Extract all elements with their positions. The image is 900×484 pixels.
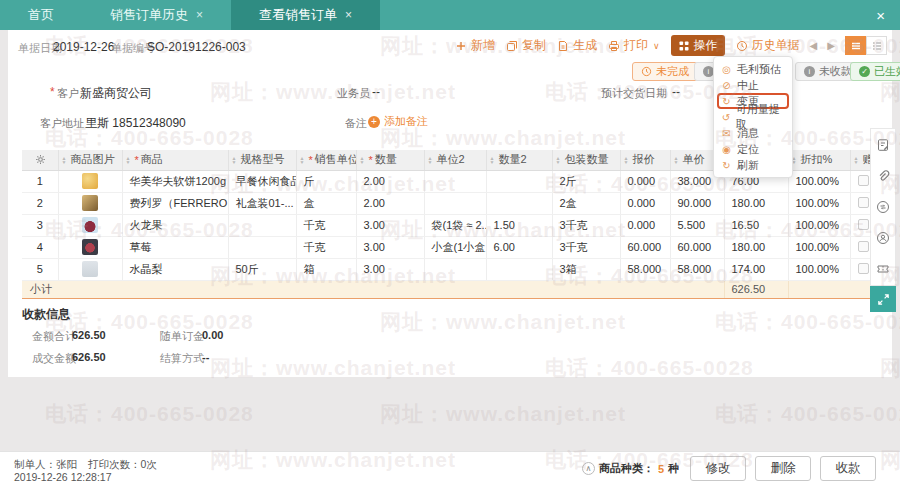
sort-icon[interactable]: ▲▼ — [556, 156, 561, 164]
col-header-数量[interactable]: ▲▼*数量 — [356, 150, 424, 170]
col-header-数量2[interactable]: ▲▼数量2 — [486, 150, 552, 170]
table-row[interactable]: 2费列罗（FERRERO）巧...礼盒装01-...盒2.002盒0.00090… — [22, 192, 876, 214]
tab-label: 查看销售订单 — [259, 6, 337, 24]
coupon-icon[interactable] — [876, 262, 890, 276]
col-header-销售单位[interactable]: ▲▼*销售单位 — [296, 150, 356, 170]
sort-icon[interactable]: ▲▼ — [854, 156, 859, 164]
deposit-label: 随单订金 — [160, 329, 204, 344]
col-header-单位2[interactable]: ▲▼单位2 — [424, 150, 486, 170]
打印-button[interactable]: 打印∨ — [608, 37, 660, 54]
attachment-icon[interactable] — [876, 169, 890, 183]
table-row[interactable]: 4草莓千克3.00小盒(1小盒 ...6.003千克60.00060.00018… — [22, 236, 876, 258]
product-thumbnail[interactable] — [82, 173, 98, 189]
menu-item-中止[interactable]: ⊘中止 — [714, 77, 792, 93]
col-header-商品[interactable]: ▲▼*商品 — [122, 150, 228, 170]
deposit-value: 0.00 — [202, 329, 223, 341]
toolbar-label: 生成 — [573, 37, 597, 54]
sort-icon[interactable]: ▲▼ — [624, 156, 629, 164]
tab-查看销售订单[interactable]: 查看销售订单× — [231, 0, 380, 30]
sort-icon[interactable]: ▲▼ — [674, 156, 679, 164]
cell-spec: 50斤 — [228, 258, 296, 280]
detail-view-icon[interactable] — [866, 36, 887, 55]
新增-button[interactable]: 新增 — [455, 37, 495, 54]
salesman-label: 业务员 — [337, 86, 370, 101]
sort-icon[interactable]: ▲▼ — [428, 156, 433, 164]
col-header-商品图片[interactable]: ▲▼商品图片 — [58, 150, 122, 170]
cell-unit: 千克 — [296, 236, 356, 258]
复制-button[interactable]: 复制 — [506, 37, 546, 54]
cell-discount: 100.00% — [788, 258, 850, 280]
delete-button[interactable]: 删除 — [755, 456, 811, 481]
历史单据-button[interactable]: 历史单据 — [736, 37, 800, 54]
tab-close-icon[interactable]: × — [345, 8, 352, 22]
delivery-date-label: 预计交货日期 — [601, 86, 667, 101]
sort-icon[interactable]: ▲▼ — [490, 156, 495, 164]
settle-method-value: -- — [202, 351, 209, 363]
menu-item-定位[interactable]: ◉定位 — [714, 141, 792, 157]
prev-doc-icon[interactable]: ◀ — [810, 40, 818, 51]
tab-销售订单历史[interactable]: 销售订单历史× — [82, 0, 231, 30]
action-menu-button[interactable]: 操作 — [671, 35, 725, 56]
cell-discount: 100.00% — [788, 214, 850, 236]
sort-icon[interactable]: ▲▼ — [360, 156, 365, 164]
printer-icon — [608, 40, 620, 52]
list-view-icon[interactable] — [845, 36, 866, 55]
add-remark-button[interactable]: + 添加备注 — [368, 114, 428, 129]
fullscreen-button[interactable] — [870, 286, 896, 312]
contact-icon[interactable] — [876, 231, 890, 245]
gift-checkbox[interactable] — [858, 175, 869, 186]
gift-checkbox[interactable] — [858, 219, 869, 230]
sort-icon[interactable]: ▲▼ — [62, 156, 67, 164]
sort-icon[interactable]: ▲▼ — [232, 156, 237, 164]
cell-qty: 2.00 — [356, 170, 424, 192]
modify-button[interactable]: 修改 — [690, 456, 746, 481]
product-image — [58, 258, 122, 280]
gift-checkbox[interactable] — [858, 263, 869, 274]
table-row[interactable]: 3火龙果千克3.00袋(1袋 ≈ 2...1.503千克0.0005.50016… — [22, 214, 876, 236]
settle-method-label: 结算方式 — [160, 351, 204, 366]
menu-item-label: 定位 — [737, 142, 759, 157]
maker-text: 制单人：张阳 — [14, 458, 77, 472]
doc-edit-icon[interactable] — [876, 138, 890, 152]
menu-item-毛利预估[interactable]: ◎毛利预估 — [714, 61, 792, 77]
toolbar-label: 操作 — [694, 37, 718, 54]
receive-payment-button[interactable]: 收款 — [820, 456, 876, 481]
col-header-包装数量[interactable]: ▲▼包装数量 — [552, 150, 620, 170]
col-header-label: 数量2 — [498, 152, 526, 167]
product-thumbnail[interactable] — [82, 239, 98, 255]
product-thumbnail[interactable] — [82, 195, 98, 211]
transfer-icon[interactable] — [876, 200, 890, 214]
cell-spec: 礼盒装01-... — [228, 192, 296, 214]
cell-qty2 — [486, 170, 552, 192]
gear-icon[interactable] — [35, 154, 46, 165]
col-header-label: 单价 — [682, 152, 704, 167]
cell-unit2 — [424, 170, 486, 192]
cell-name: 费列罗（FERRERO）巧... — [122, 192, 228, 214]
col-header-settings[interactable] — [22, 150, 58, 170]
product-thumbnail[interactable] — [82, 261, 98, 277]
col-header-报价[interactable]: ▲▼报价 — [620, 150, 670, 170]
gift-checkbox[interactable] — [858, 241, 869, 252]
tab-close-icon[interactable]: × — [196, 8, 203, 22]
product-thumbnail[interactable] — [82, 217, 98, 233]
cell-amount: 16.50 — [724, 214, 788, 236]
menu-item-刷新[interactable]: ↻刷新 — [714, 157, 792, 173]
menu-item-可用量提取[interactable]: ↺可用量提取 — [714, 109, 792, 125]
sort-icon[interactable]: ▲▼ — [300, 156, 305, 164]
subtotal-amount: 626.50 — [724, 280, 788, 298]
next-doc-icon[interactable]: ▶ — [827, 40, 835, 51]
gift-checkbox[interactable] — [858, 197, 869, 208]
status-badge-未完成: 未完成 — [632, 62, 698, 81]
window-close-icon[interactable]: × — [861, 0, 900, 30]
sort-icon[interactable]: ▲▼ — [126, 156, 131, 164]
col-header-规格型号[interactable]: ▲▼规格型号 — [228, 150, 296, 170]
tab-首页[interactable]: 首页 — [0, 0, 82, 30]
change-icon: ↻ — [721, 96, 732, 107]
col-header-折扣%[interactable]: ▲▼折扣% — [788, 150, 850, 170]
collapse-icon[interactable]: ∧ — [582, 462, 595, 475]
footer-bar: 制单人：张阳 打印次数：0次 2019-12-26 12:28:17 ∧ 商品种… — [0, 451, 900, 484]
table-row[interactable]: 5水晶梨50斤箱3.003箱58.00058.000174.00100.00% — [22, 258, 876, 280]
生成-button[interactable]: 生成 — [557, 37, 597, 54]
product-image — [58, 170, 122, 192]
status-label: 未完成 — [656, 64, 689, 79]
